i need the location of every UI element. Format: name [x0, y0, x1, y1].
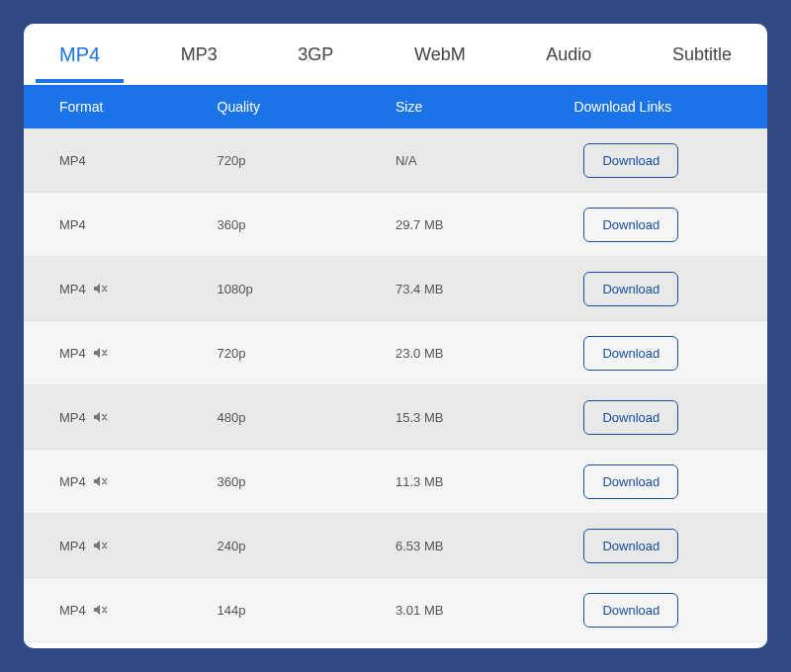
format-tabs: MP4MP33GPWebMAudioSubtitle: [24, 24, 767, 85]
format-label: MP4: [59, 217, 86, 232]
format-label: MP4: [59, 539, 86, 553]
header-size: Size: [396, 99, 573, 115]
table-row: MP4720pN/ADownload: [24, 128, 767, 193]
download-button[interactable]: Download: [583, 143, 678, 178]
cell-format: MP4: [24, 281, 218, 296]
download-button[interactable]: Download: [583, 464, 678, 499]
header-download: Download Links: [573, 99, 767, 115]
format-label: MP4: [59, 410, 86, 425]
cell-quality: 360p: [218, 474, 396, 489]
cell-quality: 360p: [218, 217, 396, 232]
download-button[interactable]: Download: [583, 272, 678, 306]
cell-quality: 720p: [218, 153, 396, 168]
format-label: MP4: [59, 346, 86, 361]
table-row: MP4720p23.0 MBDownload: [24, 321, 767, 385]
cell-format: MP4: [24, 473, 218, 489]
cell-quality: 720p: [218, 346, 396, 361]
tab-mp4[interactable]: MP4: [53, 26, 106, 82]
cell-size: N/A: [396, 153, 573, 168]
muted-icon: [92, 602, 108, 618]
cell-quality: 1080p: [218, 282, 396, 296]
table-row: MP4480p15.3 MBDownload: [24, 385, 767, 450]
cell-format: MP4: [24, 345, 218, 361]
cell-download: Download: [573, 593, 767, 628]
muted-icon: [92, 409, 108, 425]
cell-size: 23.0 MB: [396, 346, 573, 361]
muted-icon: [92, 345, 108, 361]
download-card: MP4MP33GPWebMAudioSubtitle Format Qualit…: [24, 24, 767, 648]
format-label: MP4: [59, 603, 86, 618]
cell-download: Download: [573, 143, 767, 178]
cell-download: Download: [573, 336, 767, 371]
format-label: MP4: [59, 474, 86, 489]
cell-quality: 480p: [218, 410, 396, 425]
format-label: MP4: [59, 153, 86, 168]
table-header: Format Quality Size Download Links: [24, 85, 767, 128]
cell-size: 6.53 MB: [396, 539, 573, 553]
download-button[interactable]: Download: [583, 529, 678, 563]
table-body: MP4720pN/ADownloadMP4360p29.7 MBDownload…: [24, 128, 767, 642]
format-label: MP4: [59, 282, 86, 296]
tab-webm[interactable]: WebM: [408, 27, 472, 81]
muted-icon: [92, 473, 108, 489]
cell-format: MP4: [24, 153, 218, 168]
table-row: MP4360p29.7 MBDownload: [24, 193, 767, 257]
muted-icon: [92, 281, 108, 296]
cell-download: Download: [573, 529, 767, 563]
tab-3gp[interactable]: 3GP: [292, 27, 339, 81]
cell-download: Download: [573, 208, 767, 242]
cell-download: Download: [573, 400, 767, 435]
tab-audio[interactable]: Audio: [540, 27, 597, 81]
cell-format: MP4: [24, 217, 218, 232]
cell-size: 15.3 MB: [396, 410, 573, 425]
download-button[interactable]: Download: [583, 208, 678, 242]
cell-quality: 144p: [218, 603, 396, 618]
cell-download: Download: [573, 272, 767, 306]
cell-format: MP4: [24, 538, 218, 553]
tab-subtitle[interactable]: Subtitle: [666, 27, 738, 81]
cell-size: 11.3 MB: [396, 474, 573, 489]
cell-download: Download: [573, 464, 767, 499]
cell-size: 3.01 MB: [396, 603, 573, 618]
muted-icon: [92, 538, 108, 553]
cell-format: MP4: [24, 602, 218, 618]
download-button[interactable]: Download: [583, 593, 678, 628]
download-button[interactable]: Download: [583, 400, 678, 435]
table-row: MP41080p73.4 MBDownload: [24, 257, 767, 321]
table-row: MP4360p11.3 MBDownload: [24, 450, 767, 514]
header-quality: Quality: [218, 99, 396, 115]
download-button[interactable]: Download: [583, 336, 678, 371]
header-format: Format: [24, 99, 218, 115]
tab-mp3[interactable]: MP3: [175, 27, 223, 81]
cell-size: 73.4 MB: [396, 282, 573, 296]
cell-quality: 240p: [218, 539, 396, 553]
cell-size: 29.7 MB: [396, 217, 573, 232]
table-row: MP4240p6.53 MBDownload: [24, 514, 767, 578]
table-row: MP4144p3.01 MBDownload: [24, 578, 767, 642]
cell-format: MP4: [24, 409, 218, 425]
